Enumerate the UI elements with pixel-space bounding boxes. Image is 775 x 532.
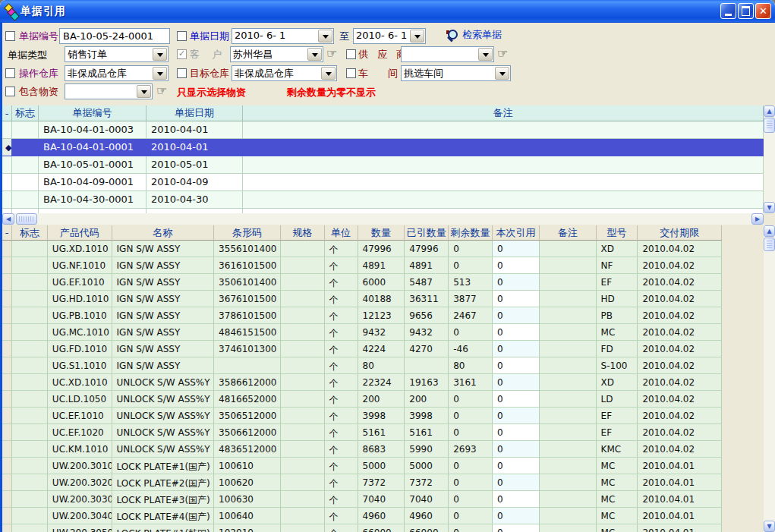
qty-cell: 4960 (358, 508, 405, 524)
documents-table-vscrollbar[interactable]: ▲ ▼ (764, 105, 775, 213)
target-warehouse-checkbox[interactable] (177, 68, 187, 78)
current-ref-cell[interactable]: 0 (493, 341, 540, 357)
product-row[interactable]: UC.XD.1010UNLOCK S/W ASS%Y3586612000个223… (2, 374, 722, 391)
dropdown-arrow-icon[interactable] (153, 48, 167, 61)
remark-cell (243, 139, 764, 156)
documents-table-hscrollbar[interactable]: ◀ ▶ (2, 213, 764, 225)
product-row[interactable]: UG.NF.1010IGN S/W ASSY3616101500个4891489… (2, 257, 722, 274)
current-ref-cell[interactable]: 0 (493, 291, 540, 307)
dropdown-arrow-icon[interactable] (410, 30, 424, 42)
current-ref-cell[interactable]: 0 (493, 391, 540, 408)
workshop-select[interactable]: 挑选车间 (401, 65, 511, 81)
doc-no-input[interactable] (59, 28, 170, 44)
qty-cell: 9432 (358, 324, 405, 341)
dropdown-arrow-icon[interactable] (495, 67, 509, 80)
product-row[interactable]: UG.HD.1010IGN S/W ASSY3676101500个4018836… (2, 291, 722, 307)
product-row[interactable]: UG.XD.1010IGN S/W ASSY3556101400个4799647… (2, 241, 722, 257)
target-warehouse-select[interactable]: 非保成品仓库 (232, 65, 337, 81)
product-row[interactable]: UW.200.3030LOCK PLATE#3(国产)100630个704070… (2, 491, 722, 508)
current-ref-cell[interactable]: 0 (493, 491, 540, 508)
date-from-select[interactable]: 2010- 6- 1 (232, 28, 334, 44)
op-warehouse-checkbox[interactable] (5, 68, 15, 78)
material-lookup-hand-icon[interactable]: ☞ (156, 85, 167, 97)
dropdown-arrow-icon[interactable] (137, 85, 151, 98)
supplier-select[interactable] (401, 46, 494, 62)
scroll-down-button[interactable]: ▼ (764, 202, 775, 213)
flag-cell (12, 324, 48, 341)
product-row[interactable]: UG.FD.1010IGN S/W ASSY3746101300个4224427… (2, 341, 722, 357)
product-row[interactable]: UC.EF.1010UNLOCK S/W ASS%Y3506512000个399… (2, 408, 722, 424)
deadline-cell: 2010.04.02 (638, 291, 722, 307)
doc-type-select[interactable]: 销售订单 (65, 46, 169, 62)
minimize-button[interactable] (720, 3, 736, 19)
scroll-left-button[interactable]: ◀ (2, 213, 14, 225)
remark-cell (540, 307, 597, 324)
document-row[interactable]: BA-10-04-01-00032010-04-01 (2, 121, 764, 139)
scroll-up-button[interactable]: ▲ (764, 225, 775, 237)
product-code-cell: UG.FD.1010 (48, 341, 112, 357)
product-row[interactable]: UW.200.3040LOCK PLATE#4(国产)100640个496049… (2, 508, 722, 524)
product-row[interactable]: UG.PB.1010IGN S/W ASSY3786101500个1212396… (2, 307, 722, 324)
maximize-button[interactable] (738, 3, 754, 19)
scroll-down-button[interactable]: ▼ (764, 521, 775, 532)
current-ref-cell[interactable]: 0 (493, 424, 540, 441)
current-ref-cell[interactable]: 0 (493, 458, 540, 474)
op-warehouse-select[interactable]: 非保成品仓库 (65, 65, 169, 81)
current-ref-cell[interactable]: 0 (493, 374, 540, 391)
current-ref-cell[interactable]: 0 (493, 274, 540, 291)
document-row[interactable]: BA-10-04-30-00012010-04-30 (2, 191, 764, 209)
vscroll-thumb[interactable] (764, 238, 775, 251)
product-row[interactable]: UW.200.3020LOCK PLATE#2(国产)100620个737273… (2, 474, 722, 491)
dropdown-arrow-icon[interactable] (478, 48, 493, 61)
document-reference-window: 单据引用 ✕ 单据编号 单据日期 2010- 6- 1 至 2010- 6- 1… (0, 0, 775, 532)
workshop-checkbox[interactable] (346, 68, 356, 78)
current-ref-cell[interactable]: 0 (493, 441, 540, 458)
document-row[interactable]: ◆BA-10-04-01-00012010-04-01 (2, 139, 764, 156)
remark-cell (540, 508, 597, 524)
doc-date-checkbox[interactable] (177, 31, 187, 41)
product-row[interactable]: UC.KM.1010UNLOCK S/W ASS%Y4836512000个868… (2, 441, 722, 458)
product-row[interactable]: UW.200.3010LOCK PLATE#1(国产)100610个500050… (2, 458, 722, 474)
search-documents-button[interactable]: 检索单据 (446, 28, 502, 42)
current-ref-cell[interactable]: 0 (493, 257, 540, 274)
doc-no-checkbox[interactable] (5, 31, 15, 41)
include-material-checkbox[interactable] (5, 87, 15, 96)
document-row[interactable]: BA-10-05-01-00012010-05-01 (2, 156, 764, 174)
scroll-up-button[interactable]: ▲ (764, 105, 775, 117)
supplier-checkbox[interactable] (346, 49, 356, 59)
dropdown-arrow-icon[interactable] (321, 67, 336, 80)
product-row[interactable]: UG.EF.1010IGN S/W ASSY3506101400个6000548… (2, 274, 722, 291)
unit-cell: 个 (325, 508, 358, 524)
current-ref-cell[interactable]: 0 (493, 324, 540, 341)
dropdown-arrow-icon[interactable] (307, 48, 322, 61)
current-ref-cell[interactable]: 0 (493, 508, 540, 524)
include-material-select[interactable] (65, 83, 153, 99)
scroll-right-button[interactable]: ▶ (751, 213, 764, 225)
customer-lookup-hand-icon[interactable]: ☞ (326, 48, 337, 60)
close-button[interactable]: ✕ (755, 3, 771, 19)
current-ref-cell[interactable]: 0 (493, 241, 540, 257)
current-ref-cell[interactable]: 0 (493, 408, 540, 424)
product-code-cell: UC.LD.1050 (48, 391, 112, 408)
current-ref-cell[interactable]: 0 (493, 307, 540, 324)
product-row[interactable]: UG.MC.1010IGN S/W ASSY4846151500个9432943… (2, 324, 722, 341)
products-table-vscrollbar[interactable]: ▲ ▼ (764, 225, 775, 532)
document-row[interactable]: BA-10-04-09-00012010-04-09 (2, 174, 764, 191)
product-row[interactable]: UG.S1.1010IGN S/W ASSY个80800S-1002010.04… (2, 357, 722, 374)
current-ref-cell[interactable]: 0 (493, 357, 540, 374)
flag-cell (12, 341, 48, 357)
hscroll-thumb[interactable] (16, 213, 37, 225)
customer-select[interactable]: 苏州华昌 (230, 46, 323, 62)
supplier-lookup-hand-icon[interactable]: ☞ (497, 48, 508, 60)
qty-cell: 5161 (358, 424, 405, 441)
product-row[interactable]: UC.EF.1020UNLOCK S/W ASS%Y3506612000个516… (2, 424, 722, 441)
dropdown-arrow-icon[interactable] (318, 30, 332, 42)
dropdown-arrow-icon[interactable] (153, 67, 167, 80)
product-row[interactable]: UW.200.3050LOCK PLATE#1(韩国)102010个660006… (2, 524, 722, 532)
vscroll-thumb[interactable] (764, 118, 775, 133)
date-to-select[interactable]: 2010- 6- 1 (353, 28, 426, 44)
row-indicator (2, 174, 12, 191)
current-ref-cell[interactable]: 0 (493, 524, 540, 532)
current-ref-cell[interactable]: 0 (493, 474, 540, 491)
product-row[interactable]: UC.LD.1050UNLOCK S/W ASS%Y4816652000个200… (2, 391, 722, 408)
